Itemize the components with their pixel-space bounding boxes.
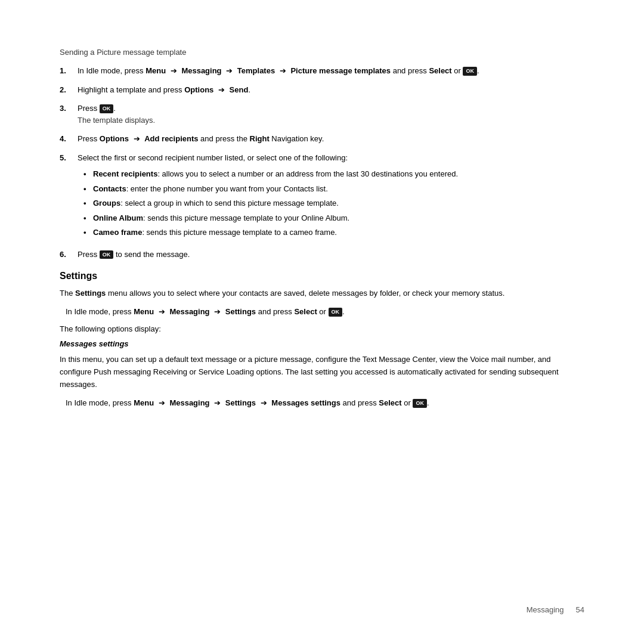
bold-text: Options bbox=[184, 85, 213, 94]
step-content: Press OK to send the message. bbox=[78, 249, 584, 261]
arrow-icon: ➔ bbox=[171, 65, 177, 77]
arrow-icon: ➔ bbox=[214, 306, 221, 318]
settings-title: Settings bbox=[60, 271, 584, 281]
bold-text: Messaging bbox=[169, 398, 209, 407]
step-number: 6. bbox=[60, 249, 78, 261]
footer-text: Messaging 54 bbox=[527, 605, 584, 614]
ok-badge: OK bbox=[100, 104, 114, 113]
settings-path: In Idle mode, press Menu ➔ Messaging ➔ S… bbox=[60, 306, 584, 318]
bold-text: Templates bbox=[237, 66, 275, 75]
settings-description: The Settings menu allows you to select w… bbox=[60, 287, 584, 300]
messages-settings-title: Messages settings bbox=[60, 339, 584, 348]
step-content: In Idle mode, press Menu ➔ Messaging ➔ T… bbox=[78, 65, 584, 77]
bold-text: Settings bbox=[75, 289, 106, 298]
list-item: 1. In Idle mode, press Menu ➔ Messaging … bbox=[60, 65, 584, 77]
bold-text: Menu bbox=[134, 398, 154, 407]
arrow-icon: ➔ bbox=[134, 133, 140, 145]
sub-list-item: Contacts: enter the phone number you wan… bbox=[83, 183, 584, 195]
list-item: 2. Highlight a template and press Option… bbox=[60, 84, 584, 96]
bold-text: Groups bbox=[93, 199, 120, 208]
step-number: 4. bbox=[60, 133, 78, 145]
bold-text: Menu bbox=[134, 307, 154, 316]
sub-list-item: Cameo frame: sends this picture message … bbox=[83, 227, 584, 239]
messages-settings-desc: In this menu, you can set up a default t… bbox=[60, 353, 584, 391]
arrow-icon: ➔ bbox=[159, 306, 165, 318]
ok-badge: OK bbox=[463, 67, 477, 76]
arrow-icon: ➔ bbox=[261, 397, 267, 410]
bold-text: Select bbox=[294, 307, 317, 316]
footer: Messaging 54 bbox=[527, 605, 584, 614]
bold-text: Add recipients bbox=[144, 134, 198, 143]
ok-badge: OK bbox=[413, 399, 427, 408]
footer-section: Messaging bbox=[527, 605, 564, 614]
bold-text: Recent recipients bbox=[93, 169, 157, 178]
settings-section: Settings The Settings menu allows you to… bbox=[60, 271, 584, 410]
bold-text: Online Album bbox=[93, 213, 143, 222]
sub-list-item: Online Album: sends this picture message… bbox=[83, 212, 584, 224]
arrow-icon: ➔ bbox=[214, 397, 221, 410]
footer-page: 54 bbox=[576, 605, 584, 614]
list-item: 6. Press OK to send the message. bbox=[60, 249, 584, 261]
bold-text: Options bbox=[100, 134, 129, 143]
bold-text: Menu bbox=[145, 66, 166, 75]
step-content: Highlight a template and press Options ➔… bbox=[78, 84, 584, 96]
messages-settings-path: In Idle mode, press Menu ➔ Messaging ➔ S… bbox=[60, 397, 584, 410]
bold-text: Settings bbox=[225, 307, 256, 316]
bold-text: Select bbox=[429, 66, 451, 75]
bold-text: Contacts bbox=[93, 184, 126, 193]
numbered-list: 1. In Idle mode, press Menu ➔ Messaging … bbox=[60, 65, 584, 260]
bold-text: Select bbox=[379, 398, 401, 407]
arrow-icon: ➔ bbox=[280, 65, 286, 77]
bold-text: Cameo frame bbox=[93, 228, 142, 237]
step-content: Press Options ➔ Add recipients and press… bbox=[78, 133, 584, 145]
step-content: Press OK. The template displays. bbox=[78, 103, 584, 126]
bold-text: Messaging bbox=[169, 307, 209, 316]
list-item: 3. Press OK. The template displays. bbox=[60, 103, 584, 126]
bold-text: Picture message templates bbox=[290, 66, 391, 75]
sub-list: Recent recipients: allows you to select … bbox=[83, 168, 584, 239]
page: Sending a Picture message template 1. In… bbox=[0, 0, 644, 644]
bold-text: Right bbox=[250, 134, 270, 143]
sub-list-item: Groups: select a group in which to send … bbox=[83, 197, 584, 209]
bold-text: Messages settings bbox=[271, 398, 340, 407]
section-header: Sending a Picture message template bbox=[60, 48, 584, 57]
template-displays-text: The template displays. bbox=[78, 116, 155, 125]
ok-badge: OK bbox=[329, 308, 343, 317]
bold-text: Send bbox=[230, 85, 249, 94]
bold-text: Settings bbox=[225, 398, 256, 407]
step-number: 2. bbox=[60, 84, 78, 96]
arrow-icon: ➔ bbox=[218, 84, 225, 96]
ok-badge: OK bbox=[100, 250, 114, 259]
bold-text: Messaging bbox=[181, 66, 221, 75]
list-item: 4. Press Options ➔ Add recipients and pr… bbox=[60, 133, 584, 145]
sub-list-item: Recent recipients: allows you to select … bbox=[83, 168, 584, 180]
step-number: 5. bbox=[60, 152, 78, 242]
step-number: 3. bbox=[60, 103, 78, 126]
list-item: 5. Select the first or second recipient … bbox=[60, 152, 584, 242]
arrow-icon: ➔ bbox=[226, 65, 233, 77]
arrow-icon: ➔ bbox=[159, 397, 165, 410]
following-options-text: The following options display: bbox=[60, 324, 584, 333]
step-number: 1. bbox=[60, 65, 78, 77]
step-content: Select the first or second recipient num… bbox=[78, 152, 584, 242]
